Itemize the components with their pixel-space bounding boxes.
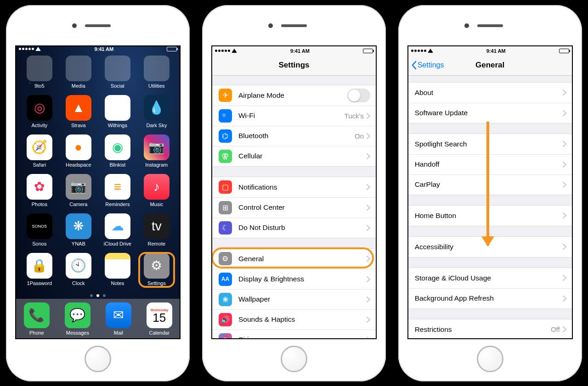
app-label: Instagram	[139, 162, 174, 168]
cell-label: Do Not Disturb	[238, 224, 367, 232]
cell-label: Spotlight Search	[415, 140, 563, 148]
settings-screen[interactable]: 9:41 AM Settings ✈Airplane ModeᯤWi-FiTuc…	[211, 45, 377, 339]
app-messages[interactable]: 💬Messages	[60, 302, 95, 336]
chevron-right-icon	[563, 275, 566, 281]
app-safari[interactable]: 🧭Safari	[22, 134, 57, 168]
app-strava[interactable]: ▲Strava	[61, 95, 96, 128]
page-dots[interactable]	[16, 292, 180, 299]
cell-spotlight-search[interactable]: Spotlight Search	[408, 134, 572, 154]
cell-display-brightness[interactable]: AADisplay & Brightness	[212, 269, 376, 289]
app-camera[interactable]: 📷Camera	[61, 174, 96, 207]
app-label: Phone	[19, 330, 54, 336]
app-mail[interactable]: ✉Mail	[101, 302, 136, 336]
cell-home-button[interactable]: Home Button	[408, 206, 572, 226]
cell-cellular[interactable]: ⚢Cellular	[212, 146, 376, 166]
app-icon: 💬	[65, 302, 90, 328]
cell-detail: Tuck's	[345, 112, 364, 120]
app-label: Activity	[22, 123, 57, 128]
app-activity[interactable]: ◎Activity	[22, 95, 57, 128]
cell-label: Sounds & Haptics	[238, 315, 367, 324]
app-label: YNAB	[61, 241, 96, 246]
app-reminders[interactable]: ≡Reminders	[100, 174, 135, 207]
app-icon: SONOS	[27, 213, 52, 239]
cell-wi-fi[interactable]: ᯤWi-FiTuck's	[212, 106, 376, 126]
cell-airplane-mode[interactable]: ✈Airplane Mode	[212, 85, 376, 106]
app-clock[interactable]: 🕙Clock	[61, 253, 96, 286]
cell-general[interactable]: ⚙General	[212, 249, 376, 269]
settings-list[interactable]: ✈Airplane ModeᯤWi-FiTuck's⌬BluetoothOn⚢C…	[212, 76, 376, 338]
back-label: Settings	[418, 61, 444, 69]
cell-software-update[interactable]: Software Update	[408, 103, 572, 123]
app-label: Dark Sky	[139, 123, 174, 128]
app-utilities[interactable]: Utilities	[139, 56, 174, 89]
app-icloud-drive[interactable]: ☁iCloud Drive	[100, 213, 135, 246]
chevron-right-icon	[563, 90, 566, 95]
signal-icon	[215, 50, 230, 52]
wall-icon: ❀	[219, 293, 232, 306]
cell-carplay[interactable]: CarPlay	[408, 174, 572, 195]
cell-bluetooth[interactable]: ⌬BluetoothOn	[212, 126, 376, 146]
status-bar: 9:41 AM	[16, 46, 180, 52]
app-icon: 📷	[144, 134, 170, 160]
app-music[interactable]: ♪Music	[139, 174, 174, 207]
toggle[interactable]	[347, 89, 370, 102]
app-icon: 📷	[66, 174, 91, 200]
cell-notifications[interactable]: ▢Notifications	[212, 177, 376, 197]
app-ynab[interactable]: ❋YNAB	[61, 213, 96, 246]
chevron-right-icon	[367, 184, 370, 190]
cell-label: Restrictions	[415, 325, 551, 334]
cell-wallpaper[interactable]: ❀Wallpaper	[212, 289, 376, 309]
app-icon: ⚙	[144, 253, 170, 279]
app-icon: ☁	[105, 213, 130, 239]
cell-about[interactable]: About	[408, 83, 572, 103]
cell-label: Cellular	[238, 152, 367, 160]
cell-control-center[interactable]: ⊞Control Center	[212, 197, 376, 218]
app-label: Clock	[61, 280, 96, 286]
app-label: Social	[100, 83, 135, 89]
app-remote[interactable]: tvRemote	[139, 213, 174, 246]
app-dark-sky[interactable]: 💧Dark Sky	[139, 95, 174, 128]
app-headspace[interactable]: ●Headspace	[61, 134, 96, 168]
chevron-right-icon	[563, 244, 566, 250]
app-withings[interactable]: Withings	[100, 95, 135, 128]
cell-restrictions[interactable]: RestrictionsOff	[408, 319, 572, 338]
chevron-right-icon	[563, 182, 566, 188]
home-screen[interactable]: 9:41 AM 9to5MediaSocialUtilities◎Activit…	[15, 45, 181, 339]
app-1password[interactable]: 🔒1Password	[22, 253, 57, 286]
general-screen[interactable]: 9:41 AM Settings General AboutSoftware U…	[407, 45, 573, 339]
app-sonos[interactable]: SONOSSonos	[22, 213, 57, 246]
cell-handoff[interactable]: Handoff	[408, 154, 572, 174]
app-icon: ♪	[144, 174, 170, 200]
app-icon: tv	[144, 213, 170, 239]
cell-do-not-disturb[interactable]: ☾Do Not Disturb	[212, 218, 376, 238]
dock: 📞Phone💬Messages✉MailWednesday15Calendar	[16, 299, 180, 339]
app-phone[interactable]: 📞Phone	[19, 302, 54, 336]
app-calendar[interactable]: Wednesday15Calendar	[142, 302, 177, 336]
cell-accessibility[interactable]: Accessibility	[408, 237, 572, 257]
app-media[interactable]: Media	[61, 56, 96, 89]
chevron-right-icon	[367, 205, 370, 211]
app-photos[interactable]: ✿Photos	[22, 174, 57, 207]
general-list[interactable]: AboutSoftware UpdateSpotlight SearchHand…	[408, 76, 572, 338]
sound-icon: 🔊	[219, 313, 232, 326]
back-button[interactable]: Settings	[411, 56, 444, 75]
navbar: Settings	[212, 56, 376, 76]
cell-storage-icloud-usage[interactable]: Storage & iCloud Usage	[408, 268, 572, 288]
app-social[interactable]: Social	[100, 56, 135, 89]
app-notes[interactable]: Notes	[100, 253, 135, 286]
app-label: Headspace	[61, 162, 96, 168]
app-9to5[interactable]: 9to5	[22, 56, 57, 89]
app-instagram[interactable]: 📷Instagram	[139, 134, 174, 168]
cell-label: Background App Refresh	[415, 294, 563, 302]
app-settings[interactable]: ⚙Settings	[139, 253, 174, 286]
app-label: Messages	[60, 330, 95, 336]
cell-label: Airplane Mode	[238, 91, 347, 100]
wifi-icon: ᯤ	[219, 109, 232, 123]
cell-sounds-haptics[interactable]: 🔊Sounds & Haptics	[212, 309, 376, 330]
app-icon: ◎	[27, 95, 52, 121]
app-blinkist[interactable]: ◉Blinkist	[100, 134, 135, 168]
cell-background-app-refresh[interactable]: Background App Refresh	[408, 288, 572, 308]
app-label: Withings	[100, 123, 135, 128]
chevron-right-icon	[367, 317, 370, 323]
cell-siri[interactable]: ◉Siri	[212, 330, 376, 338]
